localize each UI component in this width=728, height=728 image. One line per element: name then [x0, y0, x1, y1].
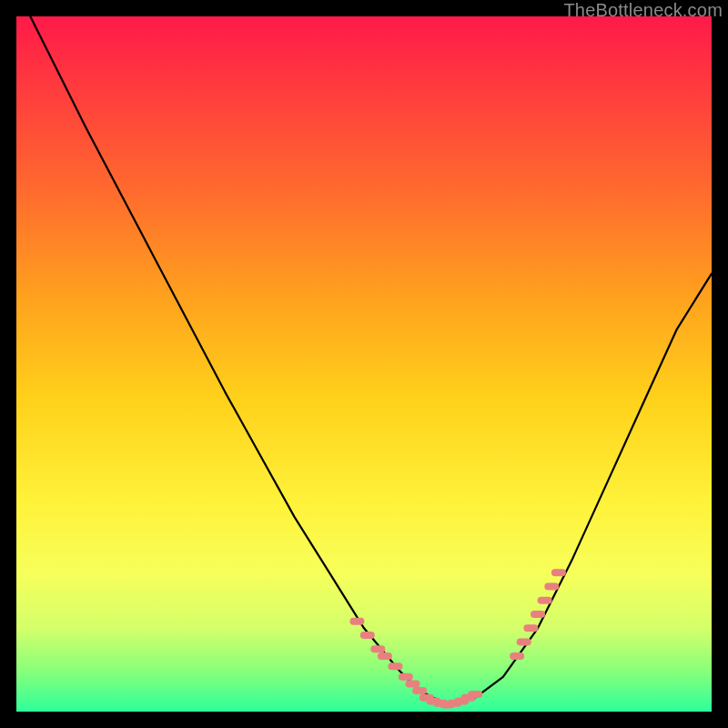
highlight-dot — [399, 673, 413, 681]
highlight-dot — [531, 611, 545, 618]
highlight-dot — [510, 652, 524, 660]
bottleneck-curve-path — [30, 16, 712, 704]
highlight-dot — [538, 597, 552, 604]
highlight-dot — [551, 569, 566, 576]
plot-area — [16, 16, 712, 712]
watermark-label: TheBottleneck.com — [563, 0, 723, 21]
curve-layer — [16, 16, 712, 712]
chart-stage: TheBottleneck.com — [0, 0, 728, 728]
highlight-dot — [468, 691, 482, 698]
highlight-dot — [406, 680, 420, 687]
highlight-dot — [360, 632, 375, 639]
highlight-dot — [517, 639, 531, 646]
highlight-dot — [544, 583, 559, 591]
highlight-dot — [349, 618, 364, 625]
highlight-dot — [370, 645, 385, 652]
highlight-dot — [388, 662, 402, 670]
highlight-dot — [378, 652, 392, 660]
highlight-dot — [523, 624, 538, 632]
highlight-dot — [412, 687, 427, 694]
